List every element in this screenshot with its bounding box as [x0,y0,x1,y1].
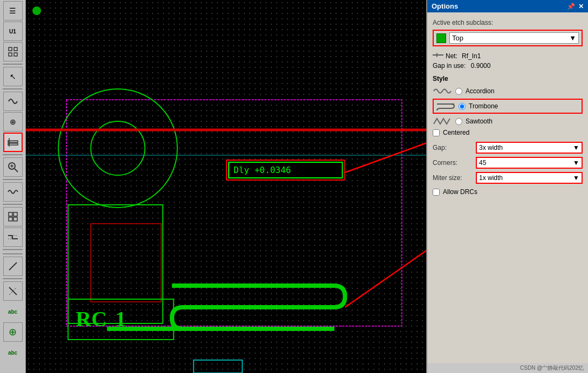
toolbar-sep-2 [3,88,23,89]
toolbar-wave-btn[interactable] [3,182,23,202]
svg-rect-1 [14,47,17,51]
centered-row[interactable]: Centered [433,129,583,136]
etch-subclass-row: Top ▼ [433,30,583,46]
etch-dropdown-arrow: ▼ [569,34,576,42]
toolbar-diag1-btn[interactable] [3,281,23,301]
svg-rect-24 [91,224,161,302]
etch-dropdown[interactable]: Top ▼ [449,32,579,44]
net-row: Net: Rf_In1 [433,52,583,60]
pin-icon[interactable]: 📌 [567,3,575,10]
accordion-radio[interactable] [455,88,462,95]
sawtooth-option[interactable]: Sawtooth [433,116,583,127]
etch-dropdown-value: Top [452,34,463,42]
corners-param-dropdown[interactable]: 45 ▼ [476,157,583,169]
svg-line-31 [345,232,426,307]
svg-rect-18 [66,100,402,326]
miter-param-dropdown[interactable]: 1x width ▼ [476,172,583,184]
svg-rect-11 [9,212,12,216]
toolbar-grid-btn[interactable] [3,42,23,61]
toolbar-u1-btn[interactable]: U1 [3,22,23,41]
svg-rect-14 [13,217,17,221]
toolbar-active-btn[interactable] [3,133,23,152]
svg-rect-32 [194,360,242,373]
net-value: Rf_In1 [462,52,481,60]
sawtooth-icon [433,116,452,127]
gap-param-row: Gap: 3x width ▼ [433,142,583,154]
svg-text:RC: RC [76,307,107,331]
svg-point-33 [32,6,41,15]
toolbar-abc2-btn[interactable]: abc [3,343,23,362]
toolbar-sep-6 [3,249,23,250]
svg-line-15 [9,263,17,270]
right-panel: Options 📌 ✕ Active etch subclass: Top ▼ … [426,0,588,373]
net-label: Net: [446,52,457,60]
toolbar-comp-btn[interactable] [3,207,23,226]
toolbar-menu-btn[interactable]: ☰ [3,1,23,20]
miter-param-value: 1x width [479,174,503,182]
pcb-canvas: RC 1 Dly +0.0346 [26,0,426,373]
gap-param-value: 3x width [479,144,503,151]
miter-param-label: Miter size: [433,174,476,182]
toolbar-abc1-btn[interactable]: abc [3,302,23,321]
svg-point-20 [58,89,177,208]
sawtooth-radio[interactable] [455,118,462,125]
accordion-option[interactable]: Accordion [433,86,583,96]
svg-line-30 [345,134,426,172]
accordion-label[interactable]: Accordion [466,87,494,95]
etch-color-swatch [436,33,446,43]
panel-title: Options [432,2,458,10]
accordion-icon [433,86,452,96]
panel-content: Active etch subclass: Top ▼ Net: Rf_In1 … [427,12,588,363]
footer-text: CSDN @宀静敲代码202忆 [520,365,584,371]
toolbar-route-btn[interactable] [3,92,23,111]
corners-param-row: Corners: 45 ▼ [433,157,583,169]
svg-rect-13 [9,217,12,221]
gap-param-dropdown[interactable]: 3x width ▼ [476,142,583,154]
allow-drcs-row[interactable]: Allow DRCs [433,188,583,196]
style-label: Style [433,75,583,82]
gap-param-label: Gap: [433,144,476,151]
allow-drcs-label[interactable]: Allow DRCs [443,188,477,196]
panel-footer: CSDN @宀静敲代码202忆 [427,363,588,373]
left-toolbar: ☰ U1 ↖ ⊕ abc ⊕ abc [0,0,26,373]
toolbar-plus-btn[interactable]: ⊕ [3,322,23,342]
svg-rect-0 [9,47,12,51]
toolbar-zoom-btn[interactable] [3,157,23,177]
toolbar-sep-7 [3,253,23,254]
svg-rect-3 [14,53,17,56]
sawtooth-label[interactable]: Sawtooth [466,118,493,125]
toolbar-sep-1 [3,64,23,65]
dly-input-display: Dly +0.0346 [228,162,343,178]
toolbar-sep-4 [3,179,23,180]
canvas-area[interactable]: RC 1 Dly +0.0346 [26,0,426,373]
active-etch-label: Active etch subclass: [433,19,583,26]
svg-line-8 [15,169,18,172]
trombone-row[interactable]: Trombone [433,99,583,114]
toolbar-via-btn[interactable]: ⊕ [3,112,23,132]
svg-text:1: 1 [115,307,126,331]
svg-rect-12 [13,212,17,216]
toolbar-cursor-btn[interactable]: ↖ [3,67,23,86]
svg-rect-2 [9,53,12,56]
gap-in-use-label: Gap in use: [433,62,466,70]
gap-dropdown-arrow: ▼ [573,144,579,151]
trombone-radio[interactable] [459,103,466,110]
gap-in-use-value: 0.9000 [471,62,491,70]
panel-header: Options 📌 ✕ [427,0,588,12]
centered-checkbox[interactable] [433,129,440,136]
allow-drcs-checkbox[interactable] [433,189,440,196]
miter-param-row: Miter size: 1x width ▼ [433,172,583,184]
miter-dropdown-arrow: ▼ [573,174,579,182]
trombone-icon [436,101,455,112]
centered-label[interactable]: Centered [443,129,469,136]
toolbar-conn-btn[interactable] [3,227,23,247]
panel-header-icons: 📌 ✕ [567,3,584,10]
toolbar-sep-3 [3,154,23,155]
trombone-label[interactable]: Trombone [469,102,498,110]
corners-param-label: Corners: [433,159,476,167]
corners-param-value: 45 [479,159,486,167]
toolbar-sep-8 [3,278,23,279]
close-icon[interactable]: ✕ [578,3,584,10]
toolbar-sep-5 [3,204,23,205]
toolbar-pen1-btn[interactable] [3,257,23,276]
